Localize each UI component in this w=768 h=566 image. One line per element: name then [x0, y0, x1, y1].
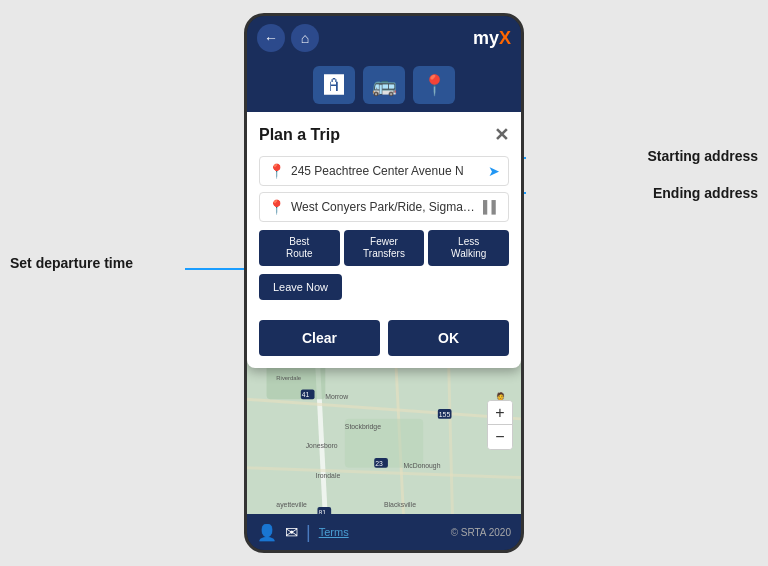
modal-close-button[interactable]: ✕ — [494, 124, 509, 146]
phone-frame: ← ⌂ myX 🅰 🚌 📍 — [244, 13, 524, 553]
page-wrapper: Starting address Ending address Set depa… — [0, 0, 768, 566]
icon-row: 🅰 🚌 📍 — [247, 60, 521, 112]
svg-text:Jonesboro: Jonesboro — [306, 442, 338, 449]
svg-text:Morrow: Morrow — [325, 393, 348, 400]
transit-icon-button[interactable]: 🅰 — [313, 66, 355, 104]
starting-address-field[interactable]: 📍 245 Peachtree Center Avenue N ➤ — [259, 156, 509, 186]
svg-text:McDonough: McDonough — [404, 462, 441, 470]
svg-text:23: 23 — [375, 460, 383, 467]
zoom-out-button[interactable]: − — [488, 425, 512, 449]
plan-trip-modal: Plan a Trip ✕ 📍 245 Peachtree Center Ave… — [247, 112, 521, 368]
modal-title: Plan a Trip — [259, 126, 340, 144]
email-icon[interactable]: ✉ — [285, 523, 298, 542]
home-icon: ⌂ — [301, 30, 309, 46]
less-walking-button[interactable]: LessWalking — [428, 230, 509, 266]
ending-address-field[interactable]: 📍 West Conyers Park/Ride, Sigman R ▌▌ — [259, 192, 509, 222]
walk-icon-button[interactable]: 📍 — [413, 66, 455, 104]
fewer-transfers-label: FewerTransfers — [363, 236, 405, 259]
copyright-text: © SRTA 2020 — [451, 527, 511, 538]
svg-text:41: 41 — [302, 391, 310, 398]
clear-button[interactable]: Clear — [259, 320, 380, 356]
svg-text:Irondale: Irondale — [316, 472, 341, 479]
map-background: Alpharetta Suwanee s Creek Riverdale Mor… — [247, 112, 521, 530]
best-route-label: BestRoute — [286, 236, 313, 259]
best-route-button[interactable]: BestRoute — [259, 230, 340, 266]
svg-text:155: 155 — [439, 411, 451, 418]
route-options: BestRoute FewerTransfers LessWalking — [259, 230, 509, 266]
action-buttons: Clear OK — [259, 320, 509, 356]
logo-accent: X — [499, 28, 511, 48]
bottom-bar: 👤 ✉ | Terms © SRTA 2020 — [247, 514, 521, 550]
transit-icon: 🅰 — [324, 74, 344, 97]
starting-address-navigate-icon[interactable]: ➤ — [488, 163, 500, 179]
bike-icon-button[interactable]: 🚌 — [363, 66, 405, 104]
svg-text:Riverdale: Riverdale — [276, 375, 301, 381]
terms-link[interactable]: Terms — [319, 526, 349, 538]
app-logo: myX — [473, 28, 511, 49]
destination-pin-icon: 📍 — [268, 199, 285, 215]
ending-address-bar-icon: ▌▌ — [483, 200, 500, 214]
modal-header: Plan a Trip ✕ — [259, 124, 509, 146]
walk-icon: 📍 — [422, 73, 447, 97]
starting-address-annotation: Starting address — [648, 148, 758, 164]
departure-time-label: Set departure time — [10, 255, 133, 271]
home-button[interactable]: ⌂ — [291, 24, 319, 52]
less-walking-label: LessWalking — [451, 236, 486, 259]
svg-text:Stockbridge: Stockbridge — [345, 423, 381, 431]
departure-annotation: Set departure time — [10, 255, 133, 271]
ending-address-label: Ending address — [653, 185, 758, 201]
zoom-controls: + − — [487, 400, 513, 450]
ok-button[interactable]: OK — [388, 320, 509, 356]
top-bar: ← ⌂ myX — [247, 16, 521, 60]
ending-address-annotation: Ending address — [653, 185, 758, 201]
location-pin-icon: 📍 — [268, 163, 285, 179]
zoom-in-button[interactable]: + — [488, 401, 512, 425]
starting-address-text: 245 Peachtree Center Avenue N — [291, 164, 484, 178]
fewer-transfers-button[interactable]: FewerTransfers — [344, 230, 425, 266]
bottom-divider: | — [306, 522, 311, 543]
car-icon: 🚌 — [372, 73, 397, 97]
starting-address-label: Starting address — [648, 148, 758, 164]
profile-icon[interactable]: 👤 — [257, 523, 277, 542]
svg-text:ayetteville: ayetteville — [276, 501, 307, 509]
departure-section: Leave Now — [259, 274, 509, 310]
top-bar-left: ← ⌂ — [257, 24, 319, 52]
back-icon: ← — [264, 30, 278, 46]
svg-text:Blacksville: Blacksville — [384, 501, 416, 508]
ending-address-text: West Conyers Park/Ride, Sigman R — [291, 200, 481, 214]
leave-now-button[interactable]: Leave Now — [259, 274, 342, 300]
back-button[interactable]: ← — [257, 24, 285, 52]
